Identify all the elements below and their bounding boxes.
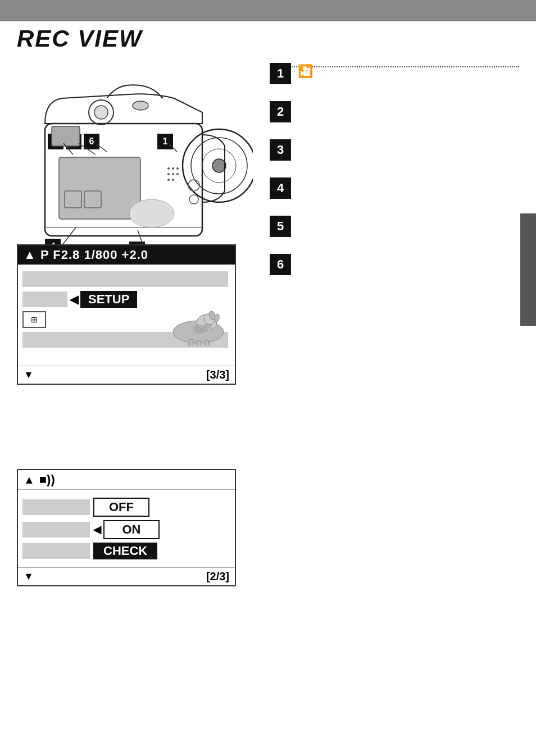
badge-1-right: 1 xyxy=(270,63,291,84)
svg-point-16 xyxy=(172,173,174,175)
numbered-item-4: 4 xyxy=(270,176,517,199)
badge-5-right: 5 xyxy=(270,216,291,237)
svg-point-13 xyxy=(172,167,174,170)
svg-rect-37 xyxy=(205,340,209,346)
numbered-item-1: 1 🎦 xyxy=(270,62,517,84)
lcd-check-header: ▲ ■)) xyxy=(18,470,235,490)
right-sidebar-bar xyxy=(520,213,536,326)
lcd-setup-label: SETUP xyxy=(80,291,137,308)
numbered-item-5: 5 xyxy=(270,215,517,237)
lcd-off-row: OFF xyxy=(22,498,230,517)
lcd-setup-page: [3/3] xyxy=(206,368,229,381)
lcd-setup-body: ◀ SETUP ⊞ xyxy=(18,265,235,366)
svg-point-15 xyxy=(167,173,170,175)
dog-image xyxy=(156,295,229,346)
dog-svg xyxy=(156,295,229,346)
svg-point-9 xyxy=(133,101,148,110)
lcd-gray-bar-2 xyxy=(22,292,67,307)
svg-point-19 xyxy=(172,179,174,181)
numbered-item-2: 2 xyxy=(270,100,517,122)
lcd-check-page: [2/3] xyxy=(206,570,229,583)
lcd-setup-footer: ▼ [3/3] xyxy=(18,366,235,384)
video-icon: 🎦 xyxy=(298,64,313,78)
svg-point-39 xyxy=(203,324,212,329)
svg-rect-36 xyxy=(197,340,201,346)
lcd-arrow-down: ▼ xyxy=(24,369,34,381)
badge-2-right: 2 xyxy=(270,101,291,122)
item-1-text: 🎦 xyxy=(298,62,313,80)
lcd-setup-header: ▲ P F2.8 1/800 +2.0 xyxy=(18,245,235,265)
lcd-on-bar xyxy=(22,522,90,538)
svg-point-12 xyxy=(167,167,170,170)
lcd-check-label: CHECK xyxy=(93,543,157,559)
badge-4-right: 4 xyxy=(270,177,291,199)
sound-icon: ■)) xyxy=(39,472,55,487)
lcd-on-arrow: ◀ xyxy=(93,523,101,536)
page-title: REC VIEW xyxy=(17,25,143,52)
camera-svg xyxy=(28,79,253,258)
numbered-item-6: 6 xyxy=(270,253,517,275)
top-bar xyxy=(0,0,536,21)
svg-point-8 xyxy=(94,106,108,119)
badge-6-right: 6 xyxy=(270,254,291,275)
lcd-check-row: CHECK xyxy=(22,543,230,559)
svg-point-17 xyxy=(176,173,179,175)
lcd-setup-arrow: ◀ xyxy=(70,293,78,306)
svg-rect-5 xyxy=(59,157,140,219)
lcd-on-row: ◀ ON xyxy=(22,520,230,539)
lcd-check-body: OFF ◀ ON CHECK xyxy=(18,490,235,567)
svg-rect-35 xyxy=(189,339,193,346)
svg-point-18 xyxy=(167,179,170,181)
lcd-gray-bar-1 xyxy=(22,271,228,287)
lcd-up-arrow: ▲ xyxy=(24,473,35,486)
svg-rect-6 xyxy=(52,126,80,146)
svg-point-23 xyxy=(129,199,174,227)
svg-point-14 xyxy=(176,167,179,170)
svg-point-11 xyxy=(189,195,198,204)
lcd-off-bar xyxy=(22,499,90,515)
lcd-off-label: OFF xyxy=(93,498,149,517)
numbered-items-column: 1 🎦 2 3 4 5 6 xyxy=(270,62,517,291)
lcd-check-bar xyxy=(22,543,90,559)
badge-3-right: 3 xyxy=(270,139,291,161)
lcd-header-text: ▲ P F2.8 1/800 +2.0 xyxy=(24,248,148,262)
svg-point-10 xyxy=(188,180,199,191)
lcd-check-screen: ▲ ■)) OFF ◀ ON CHECK ▼ [2/3] xyxy=(17,469,236,586)
lcd-on-label: ON xyxy=(103,520,160,539)
lcd-down-arrow: ▼ xyxy=(24,571,34,582)
svg-point-4 xyxy=(212,159,226,172)
lcd-grid-icon: ⊞ xyxy=(31,315,38,324)
numbered-item-3: 3 xyxy=(270,138,517,161)
lcd-setup-screen: ▲ P F2.8 1/800 +2.0 ◀ SETUP ⊞ xyxy=(17,244,236,385)
lcd-icon-box: ⊞ xyxy=(22,311,46,328)
lcd-check-footer: ▼ [2/3] xyxy=(18,567,235,585)
lcd-setup-row-1 xyxy=(22,270,230,288)
